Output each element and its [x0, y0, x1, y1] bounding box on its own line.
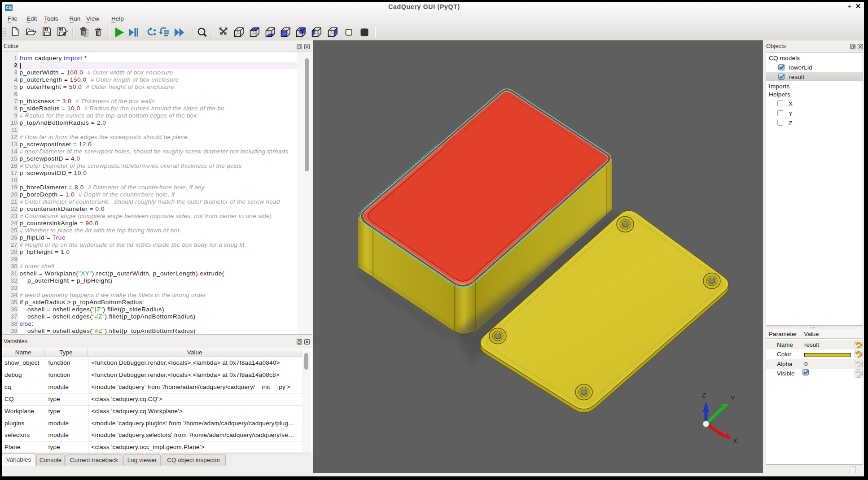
svg-text:Y: Y	[731, 395, 735, 402]
svg-text:Z: Z	[702, 392, 706, 399]
svg-text:X: X	[733, 437, 737, 445]
